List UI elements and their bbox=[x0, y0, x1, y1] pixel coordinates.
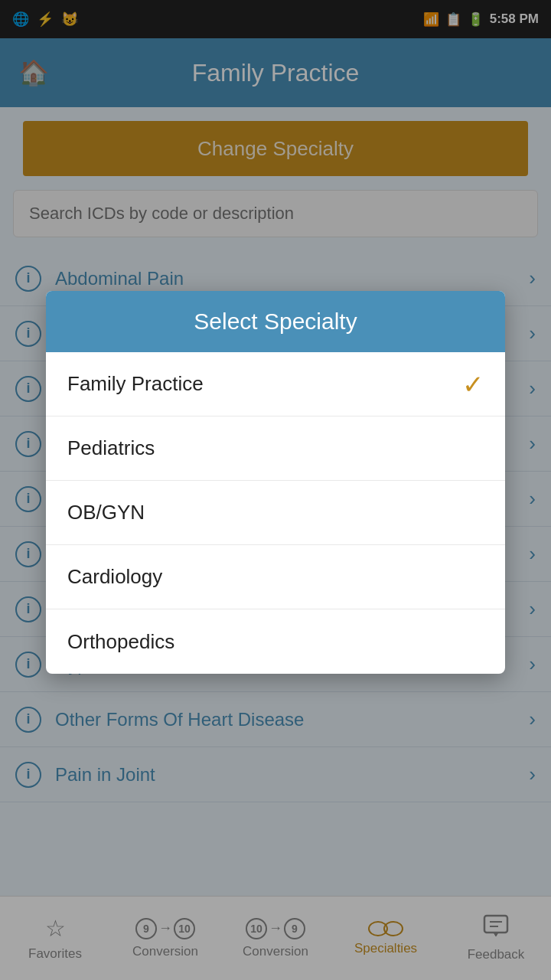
specialty-option-pediatrics[interactable]: Pediatrics bbox=[46, 416, 505, 481]
specialty-option-orthopedics[interactable]: Orthopedics bbox=[46, 609, 505, 674]
modal-header: Select Specialty bbox=[46, 291, 505, 352]
specialty-option-cardiology[interactable]: Cardiology bbox=[46, 545, 505, 609]
specialty-option-family-practice[interactable]: Family Practice ✓ bbox=[46, 352, 505, 416]
select-specialty-modal: Select Specialty Family Practice ✓ Pedia… bbox=[46, 291, 505, 674]
specialty-option-obgyn[interactable]: OB/GYN bbox=[46, 481, 505, 545]
modal-title: Select Specialty bbox=[194, 309, 357, 335]
checkmark-icon: ✓ bbox=[462, 369, 484, 400]
